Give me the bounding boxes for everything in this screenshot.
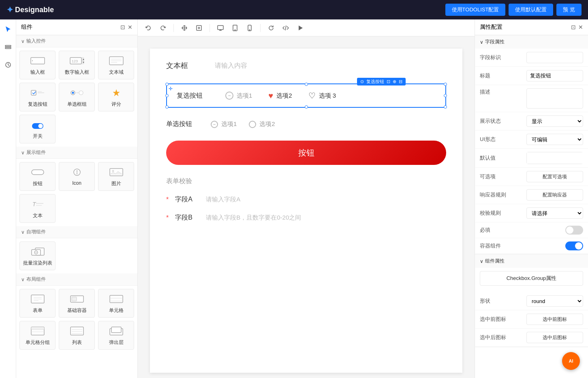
comp-number-input[interactable]: 123 ▲ ▼ 数字输入框	[59, 51, 95, 79]
panel-pin-icon[interactable]: ⊡	[120, 24, 125, 30]
comp-checkbox-label: 复选按钮	[28, 101, 47, 108]
field-properties-title[interactable]: ∨ 字段属性	[475, 35, 588, 49]
canvas-area: 文本框 请输入内容 ⊙ 复选按钮 ⊡ ⊕ ⊟	[138, 19, 475, 378]
radio-option-2-label: 选项2	[259, 120, 275, 128]
preview-button[interactable]: 预 览	[556, 4, 582, 16]
field-id-input[interactable]	[526, 52, 583, 63]
refresh-button[interactable]	[265, 22, 277, 34]
comp-icon[interactable]: Icon	[59, 162, 95, 191]
section-input-controls: ∨ 输入控件	[16, 35, 137, 47]
checkbox-tag-add-icon[interactable]: ⊕	[393, 79, 396, 84]
shape-select[interactable]: round square	[526, 295, 583, 307]
shape-row: 形状 round square	[475, 292, 588, 310]
big-button[interactable]: 按钮	[166, 141, 446, 165]
cursor-tool-icon[interactable]	[2, 23, 15, 36]
checkbox-option-3[interactable]: ♡ 选项 3	[308, 91, 336, 100]
radio-option-2[interactable]: 选项2	[249, 120, 275, 128]
handle-tc	[305, 83, 308, 86]
panel-close-icon[interactable]: ✕	[128, 24, 133, 30]
comp-button[interactable]: 按钮	[19, 162, 56, 191]
comp-container[interactable]: 基础容器	[59, 289, 95, 318]
layout-controls-grid: 表单 基础容器	[16, 286, 137, 353]
comp-textarea-label: 文本域	[109, 69, 124, 76]
layers-icon[interactable]	[2, 41, 15, 53]
field-title-input[interactable]	[526, 70, 583, 81]
checkbox-option-2[interactable]: ♥ 选项2	[268, 91, 292, 100]
checkbox-tag-delete-icon[interactable]: ⊟	[399, 79, 402, 84]
comp-text[interactable]: T 文本	[19, 194, 56, 223]
comp-rating[interactable]: 评分	[98, 83, 134, 111]
comp-cell-group[interactable]: 单元格分组	[19, 321, 56, 350]
comp-list-batch[interactable]: 批量渲染列表	[19, 241, 56, 270]
field-properties-label: 字段属性	[485, 38, 505, 45]
responder-rule-button[interactable]: 配置响应器	[526, 189, 583, 201]
before-check-icon-button[interactable]: 选中前图标	[526, 314, 583, 325]
checkbox-tag-edit-icon[interactable]: ⊡	[387, 79, 390, 84]
svg-point-24	[38, 124, 43, 128]
toggle-icon	[30, 118, 46, 131]
heart-filled-icon: ♥	[268, 91, 273, 100]
radio-option-1[interactable]: − 选项1	[211, 120, 237, 128]
options-config-button[interactable]: 配置可选项	[526, 171, 583, 182]
prop-panel-close-icon[interactable]: ✕	[578, 24, 583, 30]
checkbox-group-field-label: 复选按钮	[177, 92, 209, 100]
default-value-input[interactable]	[527, 152, 588, 164]
comp-input[interactable]: 输入框	[19, 51, 56, 79]
required-toggle[interactable]	[565, 226, 583, 235]
move-tool-button[interactable]	[179, 22, 190, 34]
svg-rect-15	[31, 90, 36, 95]
checkbox-group-attr-button[interactable]: Checkbox.Group属性	[480, 271, 583, 286]
display-state-select[interactable]: 显示 隐藏	[526, 115, 583, 127]
validate-rule-select[interactable]: 请选择	[526, 207, 583, 219]
comp-image[interactable]: 图片	[98, 162, 134, 191]
tablet-view-button[interactable]	[229, 22, 241, 34]
property-panel-header: 属性配置 ⊡ ✕	[475, 19, 588, 35]
comp-radio[interactable]: 单选框组	[59, 83, 95, 111]
svg-point-27	[76, 171, 77, 172]
handle-tl	[165, 83, 169, 86]
container-comp-toggle[interactable]	[565, 241, 583, 250]
field-a-row: * 字段A 请输入字段A	[166, 195, 446, 204]
prop-panel-pin-icon[interactable]: ⊡	[571, 24, 576, 30]
component-panel-header: 组件 ⊡ ✕	[16, 19, 137, 35]
default-config-button[interactable]: 使用默认配置	[509, 4, 553, 16]
comp-checkbox[interactable]: 复选按钮	[19, 83, 56, 111]
comp-toggle[interactable]: 开关	[19, 115, 56, 143]
code-view-button[interactable]	[280, 22, 291, 34]
comp-form[interactable]: 表单	[19, 289, 56, 318]
field-b-placeholder: 请输入字段B，且数字要在0-20之间	[206, 214, 301, 222]
comp-popup[interactable]: 弹出层	[98, 321, 134, 350]
svg-rect-51	[71, 327, 83, 335]
history-icon[interactable]	[2, 58, 15, 71]
comp-list[interactable]: 列表	[59, 321, 95, 350]
checkbox-group-selected-tag: ⊙ 复选按钮 ⊡ ⊕ ⊟	[357, 78, 406, 85]
after-check-icon-button[interactable]: 选中后图标	[526, 332, 583, 343]
checkbox-option-1[interactable]: − 选项1	[225, 92, 252, 100]
svg-rect-49	[31, 327, 44, 330]
ai-badge[interactable]: AI	[562, 352, 580, 370]
comp-cell[interactable]: 单元格	[98, 289, 134, 318]
field-desc-textarea[interactable]	[526, 88, 583, 109]
redo-button[interactable]	[157, 22, 169, 34]
mobile-view-button[interactable]	[244, 22, 255, 34]
field-a-placeholder: 请输入字段A	[206, 196, 240, 203]
undo-button[interactable]	[143, 22, 154, 34]
todolist-config-button[interactable]: 使用TODOLIST配置	[445, 4, 506, 16]
checkbox-group-selected-container[interactable]: ✛ 复选按钮 − 选项1 ♥ 选项2	[166, 83, 446, 108]
property-panel-content: ∨ 字段属性 字段标识 标题 描述	[475, 35, 588, 378]
svg-text:T: T	[32, 201, 36, 207]
field-properties-section: ∨ 字段属性 字段标识 标题 描述	[475, 35, 588, 254]
toolbar-divider-3	[260, 24, 261, 32]
handle-bc	[305, 105, 308, 109]
comp-textarea[interactable]: 文本域	[98, 51, 134, 79]
scale-tool-button[interactable]	[193, 22, 205, 34]
image-comp-icon	[108, 166, 124, 179]
before-check-icon-label: 选中前图标	[480, 316, 506, 323]
component-properties-title[interactable]: ∨ 组件属性	[475, 254, 588, 268]
comp-input-label: 输入框	[30, 69, 45, 76]
play-button[interactable]	[295, 22, 306, 34]
desktop-view-button[interactable]	[215, 22, 226, 34]
ui-mode-select[interactable]: 可编辑 只读 禁用	[526, 134, 583, 145]
comp-radio-label: 单选框组	[67, 101, 87, 108]
section-auto-controls: ∨ 自增组件	[16, 226, 137, 238]
